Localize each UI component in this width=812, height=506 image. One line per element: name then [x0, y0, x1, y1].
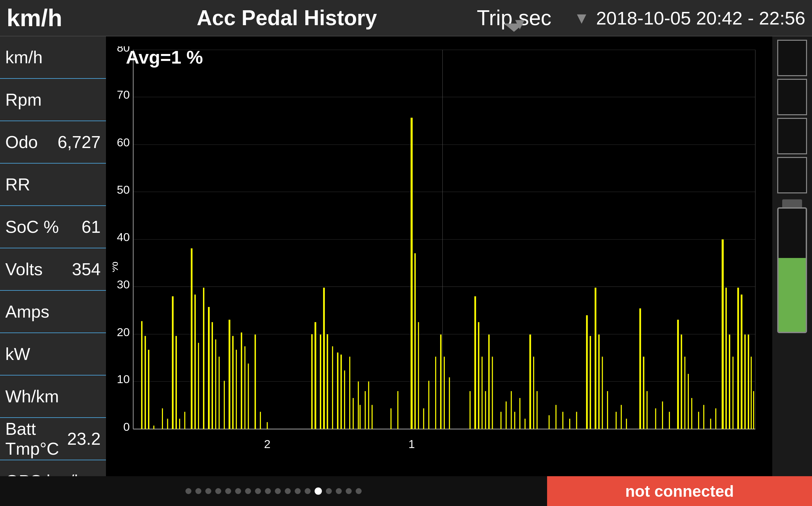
- dot-1[interactable]: [185, 488, 191, 494]
- chart-svg: % 0 10 20 3: [113, 47, 765, 476]
- svg-text:30: 30: [117, 278, 130, 291]
- svg-text:10: 10: [117, 372, 130, 386]
- svg-text:50: 50: [117, 183, 130, 196]
- bottom-dots: [0, 476, 547, 506]
- svg-text:70: 70: [117, 88, 130, 101]
- sidebar-item-odo: Odo 6,727: [0, 121, 106, 164]
- sidebar-label-volts: Volts: [5, 259, 43, 279]
- dot-7[interactable]: [245, 488, 251, 494]
- sidebar-item-batt-tmp: Batt Tmp°C 23.2: [0, 418, 106, 460]
- sidebar-item-whkm: Wh/km: [0, 375, 106, 418]
- svg-text:40: 40: [117, 231, 130, 243]
- battery-top: [782, 199, 802, 207]
- sidebar-item-kw: kW: [0, 333, 106, 375]
- bottom-bar: not connected: [0, 476, 812, 506]
- y-axis-label: %: [113, 262, 120, 272]
- sidebar-item-rpm: Rpm: [0, 79, 106, 121]
- sidebar-label-gps-kmh: GPS km/h: [5, 471, 84, 476]
- sidebar-item-kmh: km/h: [0, 36, 106, 79]
- sidebar-value-soc: 61: [81, 217, 101, 237]
- sidebar-label-odo: Odo: [5, 132, 38, 152]
- right-box-4: [777, 157, 807, 193]
- header: km/h Acc Pedal History Trip sec ▼ ▼ 2018…: [0, 0, 812, 36]
- battery-body: [777, 207, 807, 333]
- svg-text:60: 60: [117, 136, 130, 149]
- sidebar-label-amps: Amps: [5, 302, 49, 322]
- dot-10[interactable]: [275, 488, 281, 494]
- sidebar-label-kw: kW: [5, 344, 30, 364]
- connection-status: not connected: [547, 476, 812, 506]
- dot-13[interactable]: [305, 488, 310, 494]
- dot-12[interactable]: [295, 488, 301, 494]
- sidebar-item-volts: Volts 354: [0, 248, 106, 291]
- sidebar-label-kmh: km/h: [5, 48, 43, 67]
- right-panel: [772, 36, 812, 476]
- dot-5[interactable]: [225, 488, 231, 494]
- sidebar-label-batt-tmp: Batt Tmp°C: [5, 419, 67, 458]
- main-content: km/h Rpm Odo 6,727 RR SoC % 61 Volts 354…: [0, 36, 812, 476]
- dot-18[interactable]: [356, 488, 362, 494]
- sidebar-label-rr: RR: [5, 174, 30, 194]
- datetime-label: 2018-10-05 20:42 - 22:56: [596, 7, 805, 29]
- battery-fill: [779, 258, 806, 332]
- sidebar-item-soc: SoC % 61: [0, 206, 106, 248]
- dot-17[interactable]: [346, 488, 352, 494]
- chart-container: % 0 10 20 3: [113, 47, 765, 476]
- page-title: Acc Pedal History: [113, 6, 461, 30]
- dot-2[interactable]: [195, 488, 201, 494]
- sidebar-value-odo: 6,727: [58, 132, 101, 152]
- sidebar-item-rr: RR: [0, 164, 106, 206]
- dot-14-active[interactable]: [314, 488, 322, 495]
- sidebar-value-batt-tmp: 23.2: [67, 429, 101, 449]
- sidebar-label-whkm: Wh/km: [5, 387, 59, 406]
- dot-6[interactable]: [235, 488, 241, 494]
- sidebar-item-gps-kmh: GPS km/h: [0, 460, 106, 476]
- chart-area: Avg=1 % %: [106, 36, 772, 476]
- sidebar: km/h Rpm Odo 6,727 RR SoC % 61 Volts 354…: [0, 36, 106, 476]
- dot-4[interactable]: [215, 488, 221, 494]
- svg-text:1: 1: [408, 437, 415, 450]
- trip-label[interactable]: Trip sec ▼: [461, 6, 567, 30]
- speed-label: km/h: [7, 4, 113, 31]
- dot-3[interactable]: [205, 488, 211, 494]
- svg-text:20: 20: [117, 325, 130, 338]
- dot-16[interactable]: [336, 488, 342, 494]
- right-box-2: [777, 79, 807, 115]
- sidebar-label-rpm: Rpm: [5, 90, 42, 110]
- right-box-3: [777, 118, 807, 154]
- not-connected-label: not connected: [625, 482, 734, 500]
- battery-display: [777, 199, 807, 333]
- dot-8[interactable]: [255, 488, 261, 494]
- sidebar-label-soc: SoC %: [5, 217, 59, 237]
- dot-9[interactable]: [265, 488, 271, 494]
- svg-text:2: 2: [264, 437, 271, 450]
- chart-avg-label: Avg=1 %: [126, 47, 203, 68]
- svg-text:0: 0: [123, 420, 130, 433]
- dot-15[interactable]: [326, 488, 332, 494]
- dot-11[interactable]: [285, 488, 291, 494]
- sidebar-item-amps: Amps: [0, 291, 106, 333]
- sidebar-value-volts: 354: [72, 259, 101, 279]
- right-box-1: [777, 40, 807, 76]
